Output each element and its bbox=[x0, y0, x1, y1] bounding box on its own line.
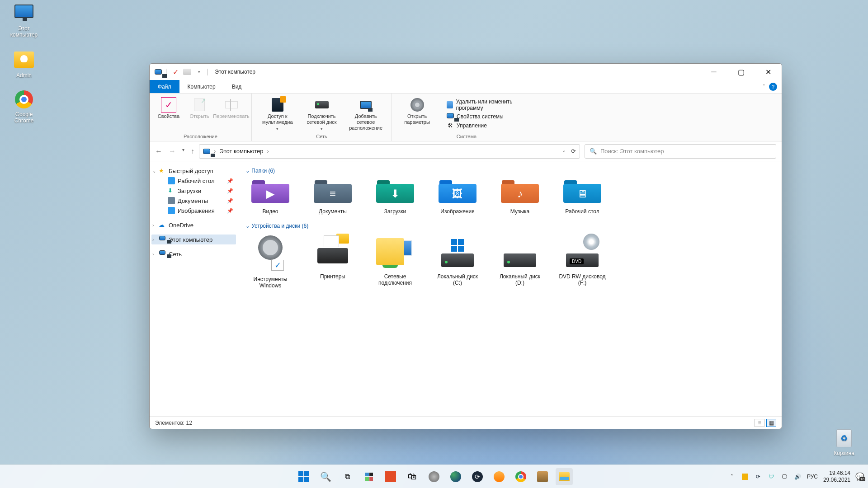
nav-back[interactable]: ← bbox=[155, 147, 162, 155]
tray-steam-icon[interactable]: ⟳ bbox=[755, 473, 762, 480]
desktop-icon-this-pc[interactable]: Этот компьютер bbox=[4, 5, 44, 38]
device-windows-tools[interactable]: ✓Инструменты Windows bbox=[245, 233, 295, 289]
tree-quick-access[interactable]: ⌄★Быстрый доступ bbox=[151, 166, 236, 176]
folder-downloads[interactable]: ⬇Загрузки bbox=[370, 178, 420, 215]
minimize-button[interactable]: ─ bbox=[700, 64, 727, 80]
desktop-icon: 🖥 bbox=[561, 188, 603, 200]
folder-music[interactable]: ♪Музыка bbox=[495, 178, 545, 215]
desktop-icon-label: Этот компьютер bbox=[4, 25, 44, 38]
taskbar-chrome[interactable] bbox=[512, 468, 529, 485]
taskbar-app-2[interactable] bbox=[425, 468, 443, 485]
menu-computer[interactable]: Компьютер bbox=[179, 80, 224, 93]
qat-folder-icon[interactable] bbox=[183, 69, 191, 75]
ribbon-map-drive[interactable]: Подключить сетевой диск▾ bbox=[301, 96, 343, 133]
folder-pictures[interactable]: 🖼Изображения bbox=[433, 178, 482, 215]
tree-network[interactable]: ›Сеть bbox=[151, 249, 236, 259]
ribbon-media-access[interactable]: Доступ к мультимедиа▾ bbox=[256, 96, 299, 133]
titlebar[interactable]: | ✓ ▾ | Этот компьютер ─ ▢ ✕ bbox=[150, 64, 782, 80]
tray-notifications[interactable]: 💬10 bbox=[856, 473, 863, 480]
breadcrumb[interactable]: Этот компьютер bbox=[219, 148, 263, 155]
tree-pictures[interactable]: Изображения📌 bbox=[151, 206, 236, 216]
taskbar-app-3[interactable] bbox=[491, 468, 508, 485]
desktop-icon-admin[interactable]: Admin bbox=[4, 50, 44, 79]
close-button[interactable]: ✕ bbox=[755, 64, 782, 80]
open-icon: ↗ bbox=[192, 97, 207, 113]
desktop-icon-label: Корзина bbox=[824, 450, 864, 456]
ribbon-manage[interactable]: 🛠Управление bbox=[446, 122, 533, 130]
device-dvd[interactable]: DVDDVD RW дисковод (F:) bbox=[557, 233, 607, 289]
tray-defender-icon[interactable]: 🛡 bbox=[768, 473, 775, 480]
ribbon-group-system: Система bbox=[392, 134, 541, 141]
address-dropdown-icon[interactable]: ⌄ bbox=[562, 148, 566, 155]
tray-clock[interactable]: 19:46:14 29.06.2021 bbox=[823, 470, 850, 483]
tree-this-pc[interactable]: ›Этот компьютер bbox=[151, 235, 236, 244]
video-icon: ▶ bbox=[250, 188, 291, 200]
ribbon-uninstall[interactable]: Удалить или изменить программу bbox=[446, 98, 533, 112]
folder-documents[interactable]: ≡Документы bbox=[308, 178, 358, 215]
taskbar-firefox[interactable] bbox=[447, 468, 464, 485]
search-placeholder: Поиск: Этот компьютер bbox=[600, 148, 664, 155]
programs-icon bbox=[447, 101, 453, 108]
folder-desktop[interactable]: 🖥Рабочий стол bbox=[557, 178, 607, 215]
folder-videos[interactable]: ▶Видео bbox=[245, 178, 295, 215]
tray-language[interactable]: РУС bbox=[807, 474, 818, 480]
help-icon[interactable]: ? bbox=[769, 83, 777, 91]
device-disk-c[interactable]: Локальный диск (C:) bbox=[433, 233, 482, 289]
taskbar-explorer[interactable] bbox=[556, 468, 573, 485]
ribbon-rename[interactable]: Переименовать bbox=[216, 96, 247, 120]
maximize-button[interactable]: ▢ bbox=[727, 64, 755, 80]
tree-downloads[interactable]: ⬇Загрузки📌 bbox=[151, 186, 236, 196]
window-title: Этот компьютер bbox=[215, 69, 255, 75]
chevron-right-icon[interactable]: › bbox=[267, 148, 269, 155]
taskbar-app-4[interactable] bbox=[534, 468, 551, 485]
section-folders[interactable]: Папки (6) bbox=[245, 168, 774, 174]
address-bar[interactable]: › Этот компьютер › ⌄ ⟳ bbox=[199, 144, 580, 159]
pictures-icon bbox=[168, 207, 175, 214]
ribbon-system-properties[interactable]: Свойства системы bbox=[446, 113, 533, 121]
device-net-connections[interactable]: Сетевые подключения bbox=[370, 233, 420, 289]
tray-volume-icon[interactable]: 🔊 bbox=[794, 473, 802, 480]
device-printers[interactable]: Принтеры bbox=[308, 233, 358, 289]
refresh-icon[interactable]: ⟳ bbox=[571, 148, 576, 155]
ribbon-open-settings[interactable]: Открыть параметры bbox=[396, 96, 438, 126]
view-icons-button[interactable]: ▦ bbox=[766, 419, 776, 427]
tray-display-icon[interactable]: 🖵 bbox=[781, 473, 788, 480]
ribbon-collapse-icon[interactable]: ˄ bbox=[763, 84, 765, 89]
system-props-icon bbox=[447, 113, 454, 120]
taskbar-taskview[interactable]: ⧉ bbox=[339, 468, 356, 485]
document-icon: ≡ bbox=[312, 188, 354, 200]
ribbon-properties[interactable]: ✓Свойства bbox=[154, 96, 183, 120]
nav-forward[interactable]: → bbox=[169, 147, 176, 155]
view-details-button[interactable]: ≡ bbox=[755, 419, 764, 427]
tray-app-icon[interactable] bbox=[741, 473, 749, 480]
tree-onedrive[interactable]: ›☁OneDrive bbox=[151, 220, 236, 230]
menu-file[interactable]: Файл bbox=[150, 80, 179, 93]
desktop-icon-chrome[interactable]: Google Chrome bbox=[4, 90, 44, 124]
taskbar-widgets[interactable] bbox=[360, 468, 377, 485]
menu-view[interactable]: Вид bbox=[224, 80, 250, 93]
search-box[interactable]: 🔍 Поиск: Этот компьютер bbox=[585, 144, 776, 159]
pin-icon: 📌 bbox=[227, 188, 233, 194]
taskbar-store[interactable]: 🛍 bbox=[404, 468, 421, 485]
this-pc-icon bbox=[154, 68, 162, 76]
qat-dropdown-icon[interactable]: ▾ bbox=[195, 68, 203, 76]
ribbon-open[interactable]: ↗Открыть bbox=[185, 96, 214, 120]
qat-properties-icon[interactable]: ✓ bbox=[171, 68, 179, 76]
device-disk-d[interactable]: Локальный диск (D:) bbox=[495, 233, 545, 289]
nav-up[interactable]: ↑ bbox=[191, 147, 194, 155]
desktop-icon-recycle-bin[interactable]: ♻ Корзина bbox=[824, 429, 864, 456]
tray-overflow[interactable]: ˄ bbox=[728, 473, 736, 480]
tree-desktop[interactable]: Рабочий стол📌 bbox=[151, 176, 236, 186]
taskbar-steam[interactable]: ⟳ bbox=[469, 468, 486, 485]
ribbon-add-net-location[interactable]: Добавить сетевое расположение bbox=[344, 96, 387, 132]
nav-history-dropdown[interactable]: ▾ bbox=[182, 147, 184, 155]
taskview-icon: ⧉ bbox=[345, 473, 350, 481]
start-button[interactable] bbox=[295, 468, 312, 485]
section-devices[interactable]: Устройства и диски (6) bbox=[245, 223, 774, 229]
taskbar-search[interactable]: 🔍 bbox=[317, 468, 334, 485]
taskbar-app-1[interactable] bbox=[382, 468, 399, 485]
map-drive-icon bbox=[314, 97, 330, 113]
pin-icon: 📌 bbox=[227, 208, 233, 214]
tree-documents[interactable]: Документы📌 bbox=[151, 196, 236, 206]
this-pc-icon bbox=[203, 149, 210, 154]
